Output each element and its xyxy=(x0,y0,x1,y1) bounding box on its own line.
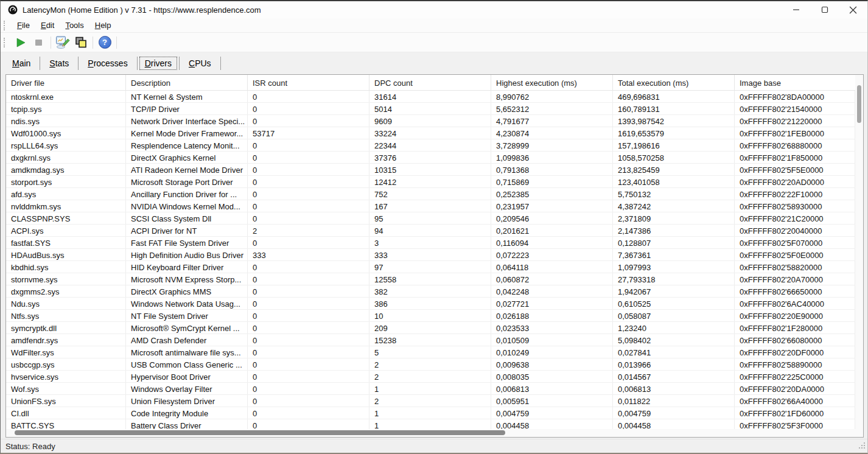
table-row[interactable]: amdkmdag.sysATI Radeon Kernel Mode Drive… xyxy=(6,164,855,176)
table-row[interactable]: UnionFS.sysUnion Filesystem Driver020,00… xyxy=(6,395,855,407)
horizontal-scrollbar-thumb[interactable] xyxy=(15,430,505,435)
tab-drivers[interactable]: Drivers xyxy=(139,57,177,70)
options-monitor-pencil-icon xyxy=(55,35,70,49)
table-row[interactable]: ACPI.sysACPI Driver for NT2940,2016212,1… xyxy=(6,225,855,237)
table-cell: 4,791677 xyxy=(491,115,613,127)
tab-main[interactable]: Main xyxy=(5,57,38,70)
column-header-description[interactable]: Description xyxy=(126,75,248,90)
table-row[interactable]: CLASSPNP.SYSSCSI Class System Dll0950,20… xyxy=(6,212,855,225)
resize-grip-icon[interactable] xyxy=(858,441,866,452)
table-cell: NVIDIA Windows Kernel Mod... xyxy=(126,200,248,212)
table-row[interactable]: afd.sysAncillary Function Driver for ...… xyxy=(6,188,855,200)
tab-processes[interactable]: Processes xyxy=(80,57,135,70)
maximize-button[interactable] xyxy=(810,1,839,18)
menu-tools[interactable]: Tools xyxy=(60,19,89,31)
table-cell: 0xFFFFF802'58890000 xyxy=(735,358,855,370)
table-row[interactable]: Ntfs.sysNT File System Driver0100,026188… xyxy=(6,310,855,322)
help-glyph: ? xyxy=(102,38,107,46)
table-row[interactable]: WdFilter.sysMicrosoft antimalware file s… xyxy=(6,346,855,358)
column-header-dpc-count[interactable]: DPC count xyxy=(369,75,491,90)
table-row[interactable]: Wof.sysWindows Overlay Filter010,0068130… xyxy=(6,383,855,395)
table-cell: 0xFFFFF802'1FD60000 xyxy=(735,407,855,419)
column-header-image-base[interactable]: Image base xyxy=(735,75,855,90)
table-row[interactable]: usbccgp.sysUSB Common Class Generic ...0… xyxy=(6,358,855,371)
column-header-isr-count[interactable]: ISR count xyxy=(248,75,369,90)
table-cell: 33224 xyxy=(369,127,491,139)
table-cell: 0xFFFFF802'225C0000 xyxy=(735,371,855,382)
table-cell: 0,014567 xyxy=(613,371,735,382)
table-row[interactable]: ntoskrnl.exeNT Kernel & System0316148,99… xyxy=(6,91,855,103)
column-header-total-execution[interactable]: Total execution (ms) xyxy=(613,75,735,90)
table-row[interactable]: ndis.sysNetwork Driver Interface Speci..… xyxy=(6,115,855,127)
table-cell: BATTC.SYS xyxy=(6,419,126,429)
copy-report-button[interactable] xyxy=(72,35,90,51)
table-row[interactable]: kbdhid.sysHID Keyboard Filter Driver0970… xyxy=(6,261,855,273)
tab-cpus[interactable]: CPUs xyxy=(181,57,219,70)
vertical-scrollbar[interactable] xyxy=(855,75,863,429)
menubar-grip[interactable] xyxy=(4,21,7,30)
table-row[interactable]: Ndu.sysWindows Network Data Usag...03860… xyxy=(6,298,855,310)
table-row[interactable]: amdfendr.sysAMD Crash Defender0152380,01… xyxy=(6,334,855,346)
table-cell: 469,696831 xyxy=(613,91,735,102)
table-cell: 0xFFFFF802'6AC40000 xyxy=(735,298,855,309)
table-row[interactable]: dxgkrnl.sysDirectX Graphics Kernel037376… xyxy=(6,152,855,164)
close-icon xyxy=(849,6,857,14)
table-cell: 5,098402 xyxy=(613,334,735,346)
table-cell: amdfendr.sys xyxy=(6,334,126,346)
stop-monitor-button[interactable] xyxy=(30,35,48,51)
column-header-driver-file[interactable]: Driver file xyxy=(6,75,126,90)
toolbar-separator xyxy=(116,37,117,49)
table-row[interactable]: HDAudBus.sysHigh Definition Audio Bus Dr… xyxy=(6,249,855,261)
table-body: ntoskrnl.exeNT Kernel & System0316148,99… xyxy=(6,91,855,429)
table-cell: 0,027841 xyxy=(613,346,735,358)
table-cell: 7,367361 xyxy=(613,249,735,260)
table-cell: ntoskrnl.exe xyxy=(6,91,126,102)
table-cell: 1,097993 xyxy=(613,261,735,273)
table-cell: 0,715869 xyxy=(491,176,613,187)
toolbar-grip[interactable] xyxy=(4,38,7,47)
tab-stats[interactable]: Stats xyxy=(42,57,76,70)
table-row[interactable]: symcryptk.dllMicrosoft® SymCrypt Kernel … xyxy=(6,322,855,334)
table-cell: Microsoft Storage Port Driver xyxy=(126,176,248,187)
table-cell: 0 xyxy=(248,273,369,285)
table-row[interactable]: Wdf01000.sysKernel Mode Driver Framewor.… xyxy=(6,127,855,139)
table-row[interactable]: dxgmms2.sysDirectX Graphics MMS03820,042… xyxy=(6,285,855,298)
table-cell: Battery Class Driver xyxy=(126,419,248,429)
menu-file[interactable]: File xyxy=(12,19,35,31)
copy-icon xyxy=(74,36,88,49)
close-button[interactable] xyxy=(839,1,867,18)
table-cell: 94 xyxy=(369,225,491,236)
table-row[interactable]: rspLLL64.sysResplendence Latency Monit..… xyxy=(6,139,855,152)
table-cell: TCP/IP Driver xyxy=(126,103,248,114)
start-monitor-button[interactable] xyxy=(12,35,30,51)
table-row[interactable]: CI.dllCode Integrity Module010,0047590,0… xyxy=(6,407,855,419)
table-cell: 0xFFFFF802'20DA0000 xyxy=(735,383,855,394)
options-button[interactable] xyxy=(54,35,72,51)
table-cell: 2,147386 xyxy=(613,225,735,236)
table-row[interactable]: hvservice.sysHypervisor Boot Driver020,0… xyxy=(6,371,855,383)
table-row[interactable]: BATTC.SYSBattery Class Driver010,0044580… xyxy=(6,419,855,429)
table-cell: 27,793318 xyxy=(613,273,735,285)
menu-edit[interactable]: Edit xyxy=(35,19,60,31)
vertical-scrollbar-thumb[interactable] xyxy=(857,85,861,123)
horizontal-scrollbar[interactable] xyxy=(6,429,855,437)
table-row[interactable]: storport.sysMicrosoft Storage Port Drive… xyxy=(6,176,855,188)
table-row[interactable]: stornvme.sysMicrosoft NVM Express Storp.… xyxy=(6,273,855,285)
column-header-highest-execution[interactable]: Highest execution (ms) xyxy=(491,75,613,90)
table-cell: 0,008035 xyxy=(491,371,613,382)
table-cell: Code Integrity Module xyxy=(126,407,248,419)
table-cell: nvlddmkm.sys xyxy=(6,200,126,212)
table-cell: 4,387242 xyxy=(613,200,735,212)
table-cell: NT Kernel & System xyxy=(126,91,248,102)
minimize-button[interactable] xyxy=(782,1,810,18)
table-row[interactable]: tcpip.sysTCP/IP Driver050145,652312160,7… xyxy=(6,103,855,115)
table-row[interactable]: fastfat.SYSFast FAT File System Driver03… xyxy=(6,237,855,249)
table-cell: 0 xyxy=(248,212,369,224)
menu-help[interactable]: Help xyxy=(89,19,117,31)
drivers-table: Driver file Description ISR count DPC co… xyxy=(5,74,864,438)
tab-separator xyxy=(137,57,138,70)
table-cell: 0,009638 xyxy=(491,358,613,370)
help-button[interactable]: ? xyxy=(96,35,114,51)
table-cell: ndis.sys xyxy=(6,115,126,127)
table-row[interactable]: nvlddmkm.sysNVIDIA Windows Kernel Mod...… xyxy=(6,200,855,212)
